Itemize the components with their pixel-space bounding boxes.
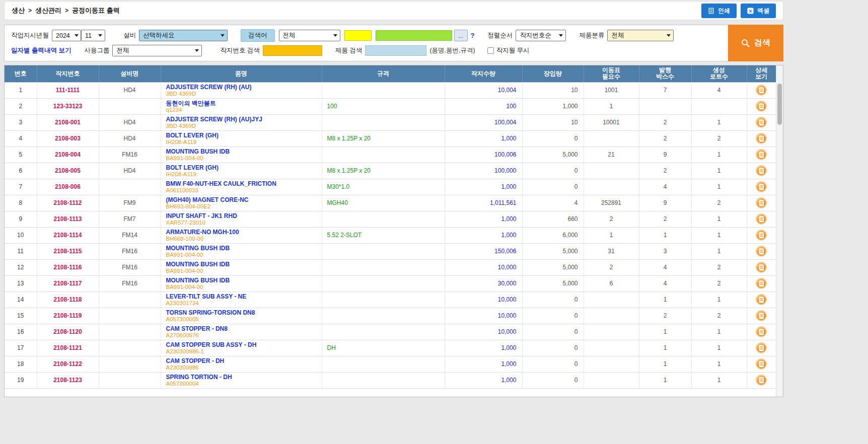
cell-detail (747, 227, 776, 243)
cell-order_no: 2108-1117 (37, 275, 99, 291)
table-row: 152108-1119TORSN SPRING-TORSION DN8A0573… (5, 308, 776, 324)
detail-view-button[interactable] (756, 165, 767, 176)
detail-view-button[interactable] (756, 149, 767, 160)
product-name-link[interactable]: LEVER-TILT SUB ASSY - NE (166, 293, 317, 300)
lookup-ellipsis-button[interactable]: ... (454, 30, 468, 41)
cell-lot_count: 1 (691, 163, 747, 179)
product-name-link[interactable]: MOUNTING BUSH IDB (166, 148, 317, 155)
cell-detail (747, 275, 776, 291)
table-row: 52108-004FM16MOUNTING BUSH IDBBA991-004-… (5, 146, 776, 163)
cell-equipment (99, 291, 161, 308)
sort-order-select[interactable]: 작지번호순 (516, 30, 566, 41)
topbar-actions: 인쇄 X 엑셀 (701, 4, 776, 18)
print-button[interactable]: 인쇄 (701, 4, 737, 18)
detail-view-button[interactable] (756, 133, 767, 144)
year-select[interactable]: 2024 (52, 30, 81, 41)
cell-lot_count: 1 (691, 146, 747, 163)
detail-view-button[interactable] (756, 310, 767, 321)
cell-box_count: 4 (639, 179, 691, 195)
ignore-order-month-checkbox[interactable] (487, 47, 494, 54)
product-name-link[interactable]: TORSN SPRING-TORSION DN8 (166, 309, 317, 316)
user-group-select[interactable]: 전체 (112, 45, 202, 56)
table-row: 42108-003HD4BOLT LEVER (GH)IH208-A119M8 … (5, 130, 776, 146)
product-category-select[interactable]: 전체 (607, 30, 674, 41)
table-row: 102108-1114FM14ARMATURE-NO MGH-100BH668-… (5, 227, 776, 243)
daily-output-link[interactable]: 일자별 출력내역 보기 (11, 46, 71, 55)
detail-view-button[interactable] (756, 294, 767, 305)
vertical-scrollbar (776, 65, 783, 397)
cell-lot_count: 1 (691, 114, 747, 130)
product-name-link[interactable]: CAM STOPPER - DN8 (166, 325, 317, 332)
detail-view-button[interactable] (756, 342, 767, 353)
scrollbar-thumb[interactable] (777, 84, 782, 125)
detail-view-button[interactable] (756, 230, 767, 241)
detail-view-button[interactable] (756, 85, 767, 96)
order-no-search-input[interactable] (263, 45, 322, 56)
cell-charge_qty: 10 (522, 114, 584, 130)
keyword-input[interactable] (344, 30, 372, 41)
cell-detail (747, 372, 776, 388)
product-code: q1234 (166, 107, 317, 113)
cell-product: 동현이의 백만볼트q1234 (161, 98, 322, 114)
cell-no: 3 (5, 114, 37, 130)
product-name-link[interactable]: BMW F40-NUT-HEX CAULK_FRICTION (166, 180, 317, 187)
table-header: 번호작지번호설비명품명규격작지수량장입량이동표 필요수발행 박스수생성 로트수상… (5, 65, 776, 82)
product-code: A057300004 (166, 381, 317, 387)
product-name-link[interactable]: BOLT LEVER (GH) (166, 132, 317, 139)
cell-order_qty: 150,006 (445, 243, 522, 259)
detail-view-button[interactable] (756, 197, 767, 208)
detail-view-button[interactable] (756, 262, 767, 273)
detail-view-button[interactable] (756, 375, 767, 386)
detail-view-button[interactable] (756, 213, 767, 225)
product-name-link[interactable]: ARMATURE-NO MGH-100 (166, 229, 317, 236)
product-name-link[interactable]: ADJUSTER SCREW (RH) (AU)JYJ (166, 116, 317, 123)
keyword-type-select[interactable]: 전체 (279, 30, 340, 41)
cell-lot_count: 1 (691, 340, 747, 356)
cell-product: (MGH40) MAGNET CORE-NCBH693-004-00E2 (161, 195, 322, 211)
detail-view-button[interactable] (756, 246, 767, 257)
cell-slip_required: 10001 (584, 114, 639, 130)
product-name-link[interactable]: CAM STOPPER SUB ASSY - DH (166, 341, 317, 348)
cell-lot_count: 2 (691, 130, 747, 146)
ignore-order-month-option[interactable]: 작지월 무시 (487, 46, 530, 55)
detail-view-button[interactable] (756, 181, 767, 192)
product-name-link[interactable]: CAM STOPPER - DH (166, 357, 317, 364)
product-name-link[interactable]: INPUT SHAFT - JK1 RHD (166, 212, 317, 219)
breadcrumb-item-production-mgmt[interactable]: 생산관리 (35, 6, 61, 15)
cell-equipment (99, 324, 161, 340)
cell-product: LEVER-TILT SUB ASSY - NEA230301734 (161, 291, 322, 308)
month-select[interactable]: 11 (81, 30, 105, 41)
cell-charge_qty: 0 (522, 291, 584, 308)
cell-spec: 100 (322, 98, 445, 114)
product-name-link[interactable]: MOUNTING BUSH IDB (166, 277, 317, 284)
cell-charge_qty: 5,000 (522, 146, 584, 163)
product-name-link[interactable]: BOLT LEVER (GH) (166, 164, 317, 171)
cell-detail (747, 114, 776, 130)
keyword-input-secondary[interactable] (376, 30, 452, 41)
product-name-link[interactable]: MOUNTING BUSH IDB (166, 261, 317, 268)
svg-text:X: X (749, 8, 752, 14)
excel-button[interactable]: X 엑셀 (741, 4, 776, 18)
work-month-label: 작업지시년월 (11, 31, 49, 40)
breadcrumb-item-production[interactable]: 생산 (12, 6, 25, 15)
detail-view-button[interactable] (756, 101, 767, 112)
product-name-link[interactable]: 동현이의 백만볼트 (166, 100, 317, 107)
product-code: A230301734 (166, 300, 317, 307)
product-search-input[interactable] (365, 45, 426, 56)
help-link[interactable]: ? (471, 32, 475, 39)
product-name-link[interactable]: SPRING TORTION - DH (166, 374, 317, 381)
detail-view-button[interactable] (756, 278, 767, 289)
equipment-select[interactable]: 선택하세요 (139, 30, 228, 41)
detail-view-button[interactable] (756, 326, 767, 337)
search-button[interactable]: 검색 (728, 25, 783, 61)
detail-view-button[interactable] (756, 358, 767, 369)
cell-equipment: FM16 (99, 275, 161, 291)
product-name-link[interactable]: (MGH40) MAGNET CORE-NC (166, 196, 317, 203)
cell-no: 10 (5, 227, 37, 243)
cell-order_qty: 1,000 (445, 356, 522, 372)
cell-product: CAM STOPPER SUB ASSY - DHA230300986-1 (161, 340, 322, 356)
product-name-link[interactable]: ADJUSTER SCREW (RH) (AU) (166, 84, 317, 91)
cell-charge_qty: 0 (522, 308, 584, 324)
product-name-link[interactable]: MOUNTING BUSH IDB (166, 245, 317, 252)
detail-view-button[interactable] (756, 117, 767, 128)
